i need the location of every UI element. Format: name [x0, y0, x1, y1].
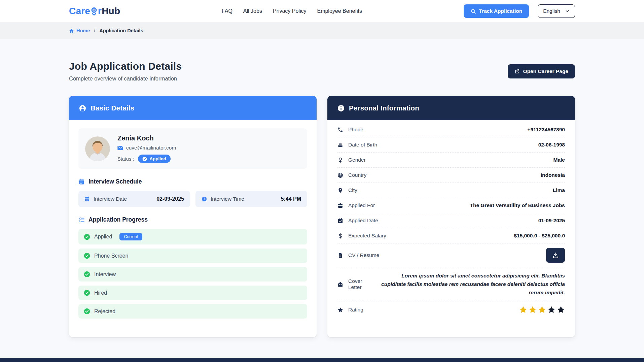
page-subtitle: Complete overview of candidate informati… [69, 75, 182, 82]
check-circle-icon [84, 234, 90, 240]
personal-info-value: The Great Versatility of Business Jobs [470, 202, 565, 208]
check-circle-icon [84, 290, 90, 296]
download-resume-button[interactable] [546, 248, 565, 263]
interview-time-box: Interview Time 5:44 PM [195, 191, 307, 207]
personal-info-value: +911234567890 [527, 127, 565, 133]
personal-info-row-gender: GenderMale [337, 153, 565, 168]
personal-info-label: Country [348, 172, 366, 178]
breadcrumb-home-link[interactable]: Home [69, 28, 90, 33]
personal-info-row-cover-letter: Cover LetterLorem ipsum dolor sit amet c… [337, 267, 565, 301]
interview-schedule-row: Interview Date 02-09-2025 Interview Time… [78, 191, 307, 207]
logo-text-r: r [98, 6, 102, 17]
personal-info-row-date-of-birth: Date of Birth02-06-1998 [337, 137, 565, 153]
basic-details-header: Basic Details [69, 96, 317, 120]
calendar-icon [78, 178, 85, 185]
personal-info-row-country: CountryIndonesia [337, 168, 565, 183]
star-filled-icon [538, 306, 546, 314]
nav-link-all-jobs[interactable]: All Jobs [243, 8, 262, 14]
star-filled-icon [529, 306, 537, 314]
nav-link-employee-benefits[interactable]: Employee Benefits [317, 8, 362, 14]
status-row: Status : Applied [117, 155, 176, 163]
breadcrumb-home-label: Home [76, 28, 90, 33]
basic-details-title: Basic Details [91, 104, 134, 112]
personal-info-label: Date of Birth [348, 142, 377, 148]
personal-info-label: CV / Resume [348, 252, 379, 258]
personal-information-body: Phone+911234567890Date of Birth02-06-199… [327, 120, 575, 325]
personal-info-label: Cover Letter [348, 278, 375, 290]
candidate-identity: Zenia Koch cuve@mailinator.com Status : … [117, 134, 176, 163]
check-circle-icon [84, 271, 90, 277]
track-application-label: Track Application [479, 8, 523, 14]
info-circle-icon [337, 105, 345, 112]
footer-bar [0, 358, 644, 362]
calendar-icon [84, 196, 90, 202]
personal-info-row-cv-resume: CV / Resume [337, 243, 565, 267]
status-label: Status : [117, 156, 134, 162]
nav-link-faq[interactable]: FAQ [222, 8, 232, 14]
open-career-page-button[interactable]: Open Career Page [508, 64, 575, 78]
star-filled-icon [519, 306, 527, 314]
search-icon [470, 8, 476, 14]
candidate-name: Zenia Koch [117, 134, 176, 142]
file-icon [337, 253, 343, 258]
personal-info-label: Rating [348, 307, 363, 313]
personal-info-row-phone: Phone+911234567890 [337, 122, 565, 137]
interview-date-value: 02-09-2025 [156, 196, 184, 202]
personal-info-row-city: CityLima [337, 183, 565, 198]
open-career-page-label: Open Career Page [523, 68, 568, 74]
personal-info-value: Male [553, 157, 565, 163]
logo-text-hub: Hub [102, 6, 120, 17]
logo-text-care: Care [69, 6, 90, 17]
candidate-avatar [85, 136, 110, 161]
track-application-button[interactable]: Track Application [464, 4, 529, 18]
personal-info-label: Phone [348, 127, 363, 133]
personal-info-row-expected-salary: Expected Salary$15,000.0 - $25,000.0 [337, 228, 565, 243]
status-badge: Applied [138, 155, 171, 163]
personal-info-value: 02-06-1998 [538, 142, 565, 148]
personal-info-value: Indonesia [541, 172, 565, 178]
personal-info-value: $15,000.0 - $25,000.0 [514, 233, 565, 239]
language-selector[interactable]: English [538, 4, 575, 18]
personal-info-value: Lima [553, 187, 565, 193]
breadcrumb: Home / Application Details [0, 22, 644, 39]
user-circle-icon [79, 105, 86, 112]
candidate-email-row: cuve@mailinator.com [117, 145, 176, 151]
basic-details-card: Basic Details [69, 96, 317, 337]
dollar-icon [337, 233, 343, 239]
envelope-open-icon [337, 282, 343, 287]
star-empty-icon [547, 306, 556, 314]
page-title: Job Application Details [69, 61, 182, 72]
cake-icon [337, 142, 343, 148]
personal-information-card: Personal Information Phone+911234567890D… [327, 96, 575, 337]
top-navigation-bar: Care r Hub FAQAll JobsPrivacy PolicyEmpl… [0, 0, 644, 22]
progress-step-applied: AppliedCurrent [78, 229, 307, 244]
rating-stars [519, 306, 565, 314]
personal-info-label: Gender [348, 157, 366, 163]
main-nav: FAQAll JobsPrivacy PolicyEmployee Benefi… [222, 8, 362, 14]
map-pin-icon [337, 188, 343, 193]
interview-schedule-heading: Interview Schedule [78, 178, 307, 185]
check-badge-icon [142, 157, 147, 161]
cover-letter-text: Lorem ipsum dolor sit amet consectetur a… [381, 272, 565, 297]
careerhub-logo[interactable]: Care r Hub [69, 6, 120, 17]
chevron-down-icon [565, 9, 570, 13]
envelope-icon [117, 146, 123, 150]
page-title-block: Job Application Details Complete overvie… [69, 61, 182, 82]
personal-info-value: 01-09-2025 [538, 218, 565, 224]
briefcase-icon [337, 203, 343, 208]
personal-info-label: City [348, 187, 357, 193]
application-progress-heading: Application Progress [78, 216, 307, 223]
personal-information-title: Personal Information [349, 104, 419, 112]
progress-step-label: Phone Screen [94, 253, 128, 259]
nav-link-privacy-policy[interactable]: Privacy Policy [273, 8, 307, 14]
personal-info-row-rating: Rating [337, 301, 565, 318]
star-empty-icon [557, 306, 565, 314]
application-progress-title: Application Progress [88, 216, 148, 223]
current-step-badge: Current [119, 233, 142, 240]
progress-steps: AppliedCurrentPhone ScreenInterviewHired… [78, 229, 307, 319]
gender-icon [337, 157, 343, 163]
download-icon [552, 252, 559, 259]
interview-date-box: Interview Date 02-09-2025 [78, 191, 190, 207]
personal-info-label: Expected Salary [348, 233, 386, 239]
interview-time-label: Interview Time [211, 196, 244, 202]
